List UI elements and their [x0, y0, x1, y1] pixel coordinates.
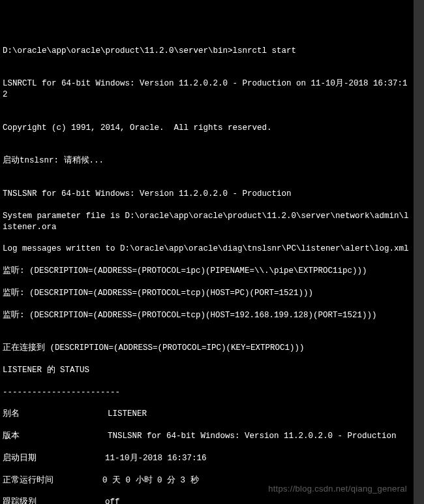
divider-line: ------------------------ — [3, 387, 411, 398]
listen-endpoint-ipc: 监听: (DESCRIPTION=(ADDRESS=(PROTOCOL=ipc)… — [3, 266, 411, 277]
listen-endpoint-tcp-ip: 监听: (DESCRIPTION=(ADDRESS=(PROTOCOL=tcp)… — [3, 310, 411, 321]
row-trace: 跟踪级别 off — [3, 497, 411, 504]
prompt-line: D:\oracle\app\oracle\product\11.2.0\serv… — [3, 46, 411, 57]
copyright-line: Copyright (c) 1991, 2014, Oracle. All ri… — [3, 123, 411, 134]
row-alias: 别名 LISTENER — [3, 409, 411, 420]
status-header: LISTENER 的 STATUS — [3, 365, 411, 376]
tns-banner-line: TNSLSNR for 64-bit Windows: Version 11.2… — [3, 189, 411, 200]
scrollbar-thumb[interactable] — [414, 0, 424, 91]
connecting-line: 正在连接到 (DESCRIPTION=(ADDRESS=(PROTOCOL=IP… — [3, 343, 411, 354]
listen-endpoint-tcp-pc: 监听: (DESCRIPTION=(ADDRESS=(PROTOCOL=tcp)… — [3, 288, 411, 299]
watermark-text: https://blog.csdn.net/qiang_general — [268, 483, 407, 495]
row-start-date: 启动日期 11-10月-2018 16:37:16 — [3, 453, 411, 464]
row-version: 版本 TNSLSNR for 64-bit Windows: Version 1… — [3, 431, 411, 442]
log-msg-line: Log messages written to D:\oracle\app\or… — [3, 244, 411, 255]
banner-line: LSNRCTL for 64-bit Windows: Version 11.2… — [3, 78, 411, 101]
param-file-line: System parameter file is D:\oracle\app\o… — [3, 211, 411, 233]
starting-line: 启动tnslsnr: 请稍候... — [3, 155, 411, 166]
